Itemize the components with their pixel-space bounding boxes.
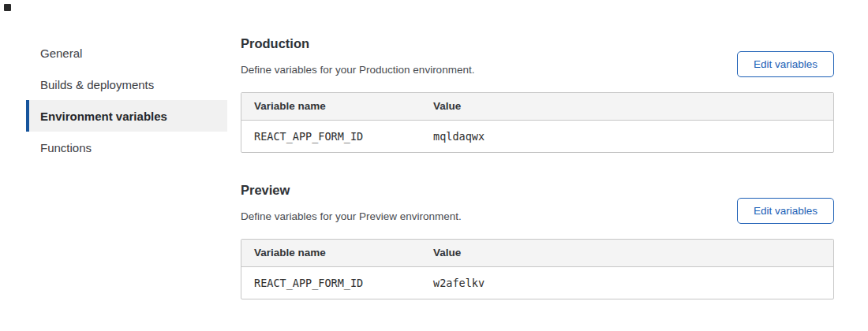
variable-name-cell: REACT_APP_FORM_ID: [241, 130, 433, 143]
preview-section: Preview Define variables for your Previe…: [241, 181, 834, 299]
table-header-row: Variable name Value: [241, 93, 833, 121]
sidebar-item-builds-deployments[interactable]: Builds & deployments: [26, 69, 227, 100]
preview-edit-variables-button[interactable]: Edit variables: [737, 198, 834, 224]
sidebar-item-functions[interactable]: Functions: [26, 132, 227, 163]
preview-description: Define variables for your Preview enviro…: [241, 209, 462, 224]
column-header-variable-name: Variable name: [241, 247, 433, 258]
production-description: Define variables for your Production env…: [241, 62, 474, 77]
variable-value-cell: mqldaqwx: [433, 130, 833, 143]
production-section-header: Production Define variables for your Pro…: [241, 35, 834, 77]
sidebar-item-general[interactable]: General: [26, 37, 227, 69]
corner-mark: [4, 4, 11, 11]
table-row: REACT_APP_FORM_ID mqldaqwx: [241, 121, 833, 152]
settings-page: General Builds & deployments Environment…: [0, 0, 868, 299]
column-header-variable-name: Variable name: [241, 100, 433, 112]
production-variables-table: Variable name Value REACT_APP_FORM_ID mq…: [241, 92, 834, 153]
preview-variables-table: Variable name Value REACT_APP_FORM_ID w2…: [241, 239, 834, 299]
table-header-row: Variable name Value: [241, 240, 833, 267]
variable-value-cell: w2afelkv: [433, 277, 833, 289]
column-header-value: Value: [433, 100, 833, 112]
sidebar-item-environment-variables[interactable]: Environment variables: [26, 100, 227, 132]
column-header-value: Value: [433, 247, 833, 258]
preview-section-header: Preview Define variables for your Previe…: [241, 181, 834, 224]
production-section-text: Production Define variables for your Pro…: [241, 35, 474, 77]
table-row: REACT_APP_FORM_ID w2afelkv: [241, 267, 833, 299]
settings-sidebar: General Builds & deployments Environment…: [26, 37, 227, 299]
variable-name-cell: REACT_APP_FORM_ID: [241, 277, 433, 289]
preview-section-text: Preview Define variables for your Previe…: [241, 181, 462, 224]
preview-title: Preview: [241, 181, 462, 200]
production-title: Production: [241, 35, 474, 54]
environment-variables-panel: Production Define variables for your Pro…: [241, 35, 834, 299]
production-edit-variables-button[interactable]: Edit variables: [737, 51, 834, 77]
production-section: Production Define variables for your Pro…: [241, 35, 834, 153]
